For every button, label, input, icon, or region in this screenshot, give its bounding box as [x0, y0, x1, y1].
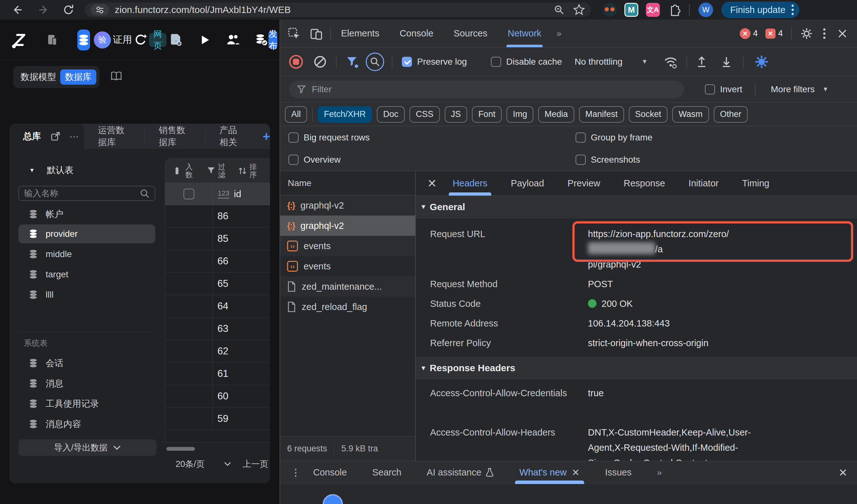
tab-elements[interactable]: Elements: [338, 20, 382, 47]
request-row[interactable]: zed_maintenance...: [280, 276, 415, 297]
table-item-llll[interactable]: llll: [18, 285, 155, 304]
throttling-select[interactable]: No throttling ▼: [575, 57, 648, 67]
table-item-account[interactable]: 帐户: [18, 205, 155, 224]
db-tab-product[interactable]: 产品相关: [205, 124, 259, 148]
tab-database[interactable]: 数据库: [60, 69, 96, 85]
network-filter-input-wrap[interactable]: [289, 81, 684, 98]
table-search-input[interactable]: [24, 189, 139, 198]
close-whats-new-icon[interactable]: ✕: [572, 467, 580, 478]
table-row[interactable]: 64: [165, 295, 270, 318]
disable-cache-checkbox[interactable]: [491, 57, 501, 67]
url-text[interactable]: zion.functorz.com/tool/JmAxbl1bY4r/WEB: [115, 4, 548, 15]
id-column-header[interactable]: 123 id: [213, 183, 270, 205]
default-group-row[interactable]: ▼ 默认表: [29, 164, 73, 176]
back-button[interactable]: [9, 1, 27, 19]
drawer-tab-console[interactable]: Console: [313, 461, 347, 484]
table-row[interactable]: 65: [165, 273, 270, 295]
overview-option[interactable]: Overview: [288, 155, 341, 165]
group-by-frame-option[interactable]: Group by frame: [575, 133, 653, 142]
db-tab-main[interactable]: 总库 ⋯: [10, 124, 84, 149]
table-search[interactable]: [18, 186, 155, 201]
database-status-icon[interactable]: [254, 33, 268, 47]
inspect-element-icon[interactable]: [287, 27, 301, 40]
address-bar[interactable]: zion.functorz.com/tool/JmAxbl1bY4r/WEB: [85, 2, 591, 17]
search-network-icon[interactable]: [366, 53, 384, 71]
extension-m-icon[interactable]: M: [624, 3, 638, 17]
extensions-puzzle-icon[interactable]: [668, 3, 681, 16]
request-name-header[interactable]: Name: [280, 171, 415, 195]
db-tab-menu-icon[interactable]: ⋯: [69, 131, 80, 142]
chip-font[interactable]: Font: [472, 106, 502, 123]
tab-initiator[interactable]: Initiator: [688, 171, 719, 196]
chip-img[interactable]: Img: [506, 106, 533, 123]
more-tabs-icon[interactable]: »: [557, 29, 560, 39]
response-headers-section-header[interactable]: ▼ Response Headers: [416, 357, 857, 379]
grid-tool-insert[interactable]: 入数: [175, 163, 193, 179]
settings-gear-icon[interactable]: [800, 27, 813, 40]
tab-payload[interactable]: Payload: [511, 171, 544, 196]
table-item-provider[interactable]: provider: [18, 224, 155, 243]
issue-badge-icon[interactable]: ✕: [766, 29, 775, 39]
refresh-sparkle-icon[interactable]: [133, 33, 148, 47]
table-row[interactable]: 66: [165, 250, 270, 273]
table-item-middle[interactable]: middle: [18, 245, 155, 264]
big-request-rows-option[interactable]: Big request rows: [288, 133, 370, 142]
finish-update-button[interactable]: Finish update: [721, 2, 799, 18]
external-link-icon[interactable]: [50, 131, 61, 141]
chip-fetch-xhr[interactable]: Fetch/XHR: [318, 106, 372, 123]
extension-translate-icon[interactable]: 文A: [646, 3, 660, 17]
tab-data-model[interactable]: 数据模型: [16, 71, 60, 83]
drawer-tab-search[interactable]: Search: [372, 461, 401, 484]
invert-option[interactable]: Invert: [705, 84, 742, 95]
export-har-icon[interactable]: [720, 55, 733, 68]
chip-socket[interactable]: Socket: [629, 106, 668, 123]
big-request-rows-checkbox[interactable]: [288, 133, 299, 142]
network-settings-gear-icon[interactable]: [754, 54, 769, 69]
browser-menu-icon[interactable]: [791, 4, 794, 16]
drawer-menu-icon[interactable]: ⋮: [291, 467, 300, 478]
error-badge-icon[interactable]: ✕: [740, 28, 751, 39]
table-item-session[interactable]: 会话: [18, 354, 155, 373]
grid-tool-sort[interactable]: 排序: [238, 163, 257, 179]
table-row[interactable]: 85: [165, 228, 270, 250]
table-row[interactable]: 61: [165, 363, 270, 385]
more-filters-button[interactable]: More filters ▼: [771, 84, 828, 95]
screenshots-option[interactable]: Screenshots: [575, 155, 640, 165]
chip-all[interactable]: All: [285, 106, 307, 123]
request-row[interactable]: ‹› events: [280, 256, 415, 276]
drawer-more-tabs-icon[interactable]: »: [657, 468, 660, 478]
page-settings-icon[interactable]: [169, 33, 184, 47]
select-all-checkbox[interactable]: [184, 189, 194, 199]
add-database-button[interactable]: +: [263, 129, 270, 144]
chip-wasm[interactable]: Wasm: [672, 106, 709, 123]
chip-doc[interactable]: Doc: [377, 106, 405, 123]
drawer-tab-whats-new[interactable]: What's new ✕: [519, 461, 580, 484]
collapse-caret-icon[interactable]: ▼: [29, 167, 35, 174]
table-row[interactable]: 60: [165, 385, 270, 408]
db-tab-sales[interactable]: 销售数据库: [145, 124, 205, 148]
general-section-header[interactable]: ▼ General: [416, 196, 857, 218]
preserve-log-option[interactable]: Preserve log: [402, 57, 467, 67]
chip-media[interactable]: Media: [538, 106, 574, 123]
filter-funnel-icon[interactable]: [346, 55, 359, 68]
request-row-selected[interactable]: {:} graphql-v2: [280, 216, 415, 236]
error-count[interactable]: 4: [753, 29, 758, 38]
preview-play-icon[interactable]: [199, 34, 211, 46]
page-size-select[interactable]: 20条/页: [175, 458, 205, 470]
table-item-message-content[interactable]: 消息内容: [18, 415, 155, 434]
close-details-icon[interactable]: ✕: [427, 177, 437, 190]
network-conditions-icon[interactable]: [663, 55, 678, 69]
clear-network-icon[interactable]: [313, 55, 327, 69]
app-logo[interactable]: Z: [14, 30, 25, 50]
publish-button[interactable]: 发布: [268, 31, 277, 49]
collaborators-icon[interactable]: [226, 34, 240, 46]
table-row[interactable]: 63: [165, 318, 270, 340]
tab-sources[interactable]: Sources: [451, 20, 490, 47]
disable-cache-option[interactable]: Disable cache: [491, 57, 562, 67]
chip-manifest[interactable]: Manifest: [579, 106, 624, 123]
preserve-log-checkbox[interactable]: [402, 57, 412, 67]
platform-badge[interactable]: 网页: [149, 33, 166, 47]
close-drawer-icon[interactable]: ✕: [839, 466, 848, 479]
profile-avatar[interactable]: W: [699, 2, 713, 17]
tab-preview[interactable]: Preview: [568, 171, 600, 196]
